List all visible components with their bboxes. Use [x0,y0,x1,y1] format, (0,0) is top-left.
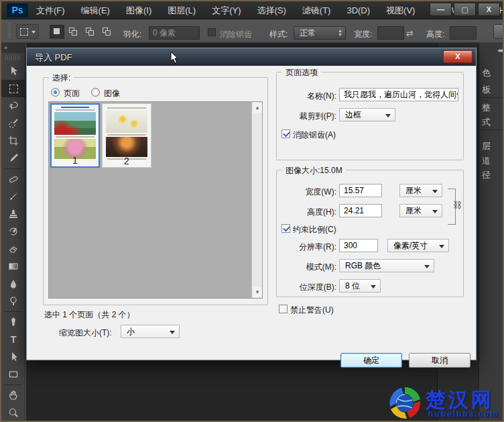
app-titlebar: Ps 文件(F) 编辑(E) 图像(I) 图层(L) 文字(Y) 选择(S) 滤… [1,1,503,19]
height-dim-label: 高度(H): [283,207,336,218]
panel-tab-channels[interactable]: 道 [482,155,491,167]
width-input[interactable] [377,26,404,40]
page-thumbnail-1[interactable]: 1 [50,103,100,168]
width-unit-dropdown[interactable]: 厘米 [399,184,442,197]
menu-edit[interactable]: 编辑(E) [81,5,110,17]
healing-brush-tool[interactable] [1,170,25,188]
path-selection-tool[interactable] [1,348,25,366]
suppress-warnings-label[interactable]: 禁止警告(U) [290,305,334,316]
resolution-input[interactable]: 300 [339,239,378,252]
swap-dimensions-icon[interactable]: ⇄ [406,28,414,38]
zoom-tool[interactable] [1,404,25,421]
shape-tool[interactable] [1,366,25,383]
chevron-down-icon [170,331,175,334]
page-thumbnail-list[interactable]: 1 2 ▲ ▼ [48,101,263,299]
toolbar-grip[interactable] [5,55,21,60]
maximize-button[interactable]: ▢ [454,3,476,16]
history-brush-tool[interactable] [1,223,25,240]
dialog-close-button[interactable]: X [443,50,472,63]
height-unit-dropdown[interactable]: 厘米 [399,204,442,217]
dodge-tool[interactable] [1,293,25,310]
gradient-tool[interactable] [1,258,25,275]
name-label: 名称(N): [283,91,336,102]
thumb-size-value: 小 [127,327,135,336]
cancel-button[interactable]: 取消 [409,353,470,368]
hand-tool[interactable] [1,386,25,404]
resolution-unit-dropdown[interactable]: 像素/英寸 [387,239,449,252]
eyedropper-tool[interactable] [1,150,25,167]
new-selection-button[interactable] [50,25,64,39]
suppress-warnings-checkbox[interactable] [279,305,288,313]
tool-preset-button[interactable] [16,24,39,39]
thumb-size-dropdown[interactable]: 小 [121,325,180,338]
menu-filter[interactable]: 滤镜(T) [302,5,331,17]
name-input[interactable]: 我只愿我，遍历山河，觉得人间值 [339,88,458,101]
eraser-tool[interactable] [1,240,25,258]
images-radio[interactable] [91,88,100,97]
clone-stamp-tool[interactable] [1,205,25,223]
move-tool[interactable] [1,62,25,80]
images-radio-label[interactable]: 图像 [104,88,120,99]
dialog-body: 选择: 页面 图像 1 [27,66,476,360]
page-thumbnail-2[interactable]: 2 [102,103,151,168]
close-button[interactable]: X [478,3,500,16]
height-value-input[interactable]: 24.21 [339,204,382,217]
antialias-checkbox[interactable] [208,28,216,36]
thumbnail-scrollbar[interactable]: ▲ ▼ [251,102,262,298]
bit-depth-dropdown[interactable]: 8 位 [339,279,381,293]
type-tool[interactable]: T [1,331,25,348]
menu-view[interactable]: 视图(V) [386,5,415,17]
menu-layer[interactable]: 图层(L) [168,5,196,17]
antialias-dialog-checkbox[interactable] [281,129,290,138]
bit-depth-value: 8 位 [345,281,360,291]
scroll-up-icon[interactable]: ▲ [253,103,262,113]
menu-file[interactable]: 文件(F) [36,5,65,17]
add-selection-button[interactable] [66,25,81,39]
panel-tab-styles[interactable]: 式 [482,116,491,128]
dialog-titlebar[interactable]: 导入 PDF X [27,48,476,66]
rectangular-marquee-tool[interactable] [1,80,25,97]
pages-radio-label[interactable]: 页面 [64,88,80,99]
menu-3d[interactable]: 3D(D) [346,5,370,15]
panel-tab-paths[interactable]: 径 [482,169,491,181]
style-value: 正常 [300,28,316,38]
feather-input[interactable]: 0 像素 [149,26,200,40]
chevron-down-icon [432,190,438,193]
subtract-selection-button[interactable] [83,25,98,39]
expand-panels-icon[interactable]: ◂◂ [497,46,501,54]
panel-tab-layers[interactable]: 层 [482,140,491,152]
scroll-down-icon[interactable]: ▼ [253,287,262,297]
crop-to-dropdown[interactable]: 边框 [339,108,395,121]
toolbar-collapse-icon[interactable]: » [1,43,25,53]
height-input[interactable] [450,26,477,40]
style-dropdown[interactable]: 正常▲▼ [294,26,346,40]
panel-tab-color[interactable]: 色 [482,67,491,79]
intersect-selection-button[interactable] [100,25,115,39]
ok-button[interactable]: 确定 [340,353,402,368]
chevron-down-icon [371,285,376,288]
brush-tool[interactable] [1,188,25,205]
crop-tool[interactable] [1,132,25,150]
menu-type[interactable]: 文字(Y) [212,5,241,17]
panel-toggle-icon[interactable] [493,24,504,39]
intersect-selection-icon2 [105,30,111,36]
pages-radio[interactable] [51,88,60,97]
antialias-dialog-label[interactable]: 消除锯齿(A) [293,129,336,141]
constrain-label[interactable]: 约束比例(C) [293,224,336,235]
menu-image[interactable]: 图像(I) [126,5,151,17]
feather-label: 羽化: [123,29,141,40]
lasso-tool[interactable] [1,97,25,115]
tools-panel: » T [1,43,25,422]
selection-mode-group [50,25,115,39]
width-value-input[interactable]: 15.57 [339,184,382,197]
panel-tab-swatches[interactable]: 板 [482,84,491,96]
quick-selection-tool[interactable] [1,115,25,132]
constrain-checkbox[interactable] [281,224,290,233]
minimize-button[interactable]: — [430,3,452,16]
menu-select[interactable]: 选择(S) [257,5,286,17]
panel-tab-adjustments[interactable]: 整 [482,102,491,114]
mode-dropdown[interactable]: RGB 颜色 [339,259,434,272]
pen-tool[interactable] [1,313,25,331]
page-number: 2 [103,156,151,166]
blur-tool[interactable] [1,275,25,293]
